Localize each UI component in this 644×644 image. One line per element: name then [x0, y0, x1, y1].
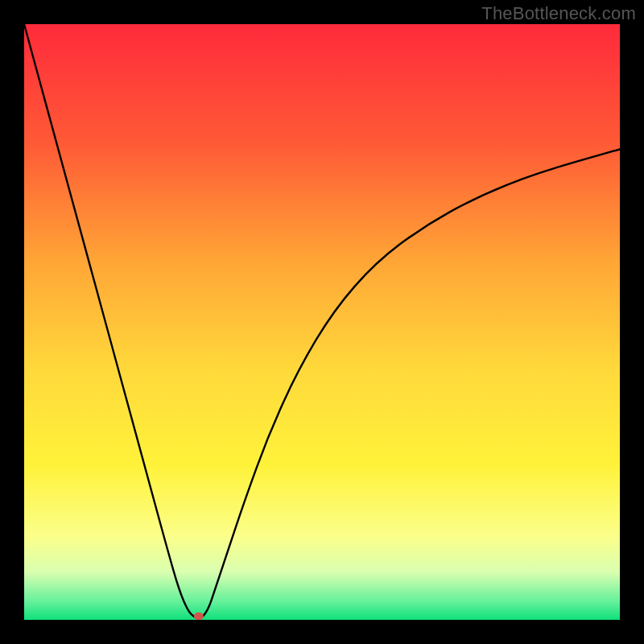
gradient-background: [24, 24, 620, 620]
plot-area: [24, 24, 620, 620]
bottleneck-chart: [24, 24, 620, 620]
chart-container: TheBottleneck.com: [0, 0, 644, 644]
watermark-text: TheBottleneck.com: [481, 3, 636, 24]
